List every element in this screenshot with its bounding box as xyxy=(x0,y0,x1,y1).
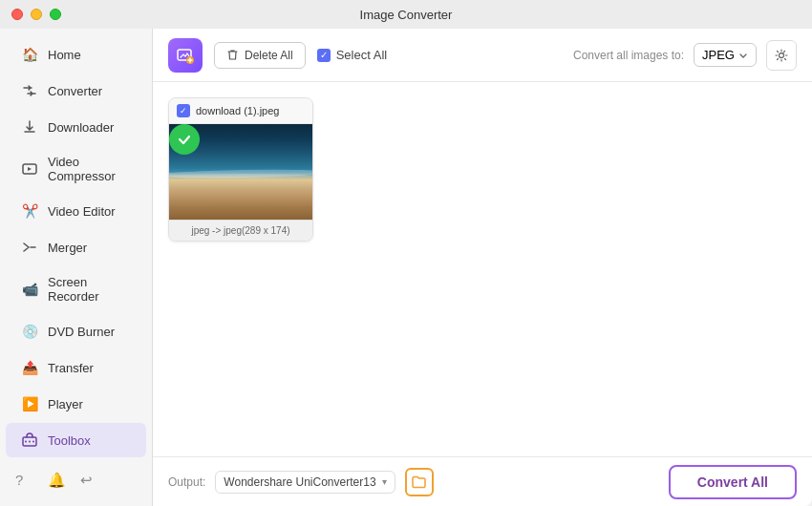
dvd-burner-icon: 💿 xyxy=(21,323,38,340)
toolbar: Delete All ✓ Select All Convert all imag… xyxy=(153,29,812,82)
open-folder-button[interactable] xyxy=(405,468,434,496)
svg-point-4 xyxy=(32,441,34,443)
sidebar-item-downloader[interactable]: Downloader xyxy=(6,110,146,144)
file-item[interactable]: ✓ download (1).jpeg xyxy=(168,97,313,242)
sidebar-item-label: Merger xyxy=(48,241,87,255)
format-value: JPEG xyxy=(702,48,735,62)
file-name: download (1).jpeg xyxy=(196,105,279,116)
close-button[interactable] xyxy=(11,9,23,20)
sidebar-item-label: Converter xyxy=(48,84,102,98)
sidebar-item-label: Downloader xyxy=(48,120,114,135)
sidebar-item-home[interactable]: 🏠 Home xyxy=(6,37,146,72)
sidebar-item-label: Video Editor xyxy=(48,204,116,219)
downloader-icon xyxy=(21,118,38,136)
refresh-icon[interactable]: ↩ xyxy=(80,472,97,489)
convert-to-label: Convert all images to: xyxy=(573,49,684,62)
file-checkbox[interactable]: ✓ xyxy=(177,104,190,117)
sidebar-item-label: Video Compressor xyxy=(48,155,131,183)
bottom-bar: Output: Wondershare UniConverter13 ▾ Con… xyxy=(153,456,812,506)
home-icon: 🏠 xyxy=(21,46,38,63)
help-icon[interactable]: ? xyxy=(15,472,32,489)
check-overlay xyxy=(169,124,200,155)
player-icon: ▶️ xyxy=(21,395,38,412)
output-path-selector[interactable]: Wondershare UniConverter13 ▾ xyxy=(215,471,395,494)
select-all-checkbox[interactable]: ✓ xyxy=(317,49,331,62)
chevron-down-icon xyxy=(738,51,748,60)
maximize-button[interactable] xyxy=(50,9,61,20)
sidebar-item-label: Screen Recorder xyxy=(48,275,131,304)
sidebar-item-screen-recorder[interactable]: 📹 Screen Recorder xyxy=(6,266,146,312)
select-all-label: Select All xyxy=(336,48,387,62)
video-compressor-icon xyxy=(21,160,38,178)
chevron-down-icon: ▾ xyxy=(382,476,387,487)
sidebar-item-label: DVD Burner xyxy=(48,325,115,339)
toolbox-icon xyxy=(21,432,38,449)
app-body: 🏠 Home Converter Downloader xyxy=(0,29,812,506)
convert-all-button[interactable]: Convert All xyxy=(669,465,797,499)
svg-point-7 xyxy=(780,53,784,57)
sidebar-bottom: ? 🔔 ↩ xyxy=(0,462,152,498)
sidebar-item-video-compressor[interactable]: Video Compressor xyxy=(6,146,146,192)
wave-detail-2 xyxy=(169,174,313,179)
folder-icon xyxy=(411,474,427,490)
gear-icon xyxy=(774,48,789,63)
minimize-button[interactable] xyxy=(31,9,42,20)
delete-all-label: Delete All xyxy=(245,49,293,62)
file-area: ✓ download (1).jpeg xyxy=(153,82,812,456)
sidebar-item-label: Player xyxy=(48,397,83,411)
converter-icon xyxy=(21,82,38,99)
thumbnail-background xyxy=(169,124,313,220)
convert-all-label: Convert All xyxy=(697,474,768,490)
settings-button[interactable] xyxy=(766,40,797,71)
notification-icon[interactable]: 🔔 xyxy=(48,472,65,489)
output-path-value: Wondershare UniConverter13 xyxy=(224,475,375,489)
sidebar-item-converter[interactable]: Converter xyxy=(6,74,146,108)
video-editor-icon: ✂️ xyxy=(21,202,38,220)
sidebar-item-video-editor[interactable]: ✂️ Video Editor xyxy=(6,194,146,228)
sidebar-item-player[interactable]: ▶️ Player xyxy=(6,387,146,421)
transfer-icon: 📤 xyxy=(21,359,38,376)
screen-recorder-icon: 📹 xyxy=(21,281,38,298)
sidebar: 🏠 Home Converter Downloader xyxy=(0,29,153,506)
toolbar-right: Convert all images to: JPEG xyxy=(573,40,797,71)
sidebar-item-toolbox[interactable]: Toolbox xyxy=(6,423,146,457)
add-image-button[interactable] xyxy=(168,38,203,73)
delete-all-button[interactable]: Delete All xyxy=(214,42,306,69)
file-footer: jpeg -> jpeg(289 x 174) xyxy=(169,220,312,241)
merger-icon xyxy=(21,239,38,256)
sidebar-item-label: Toolbox xyxy=(48,433,91,448)
sidebar-item-dvd-burner[interactable]: 💿 DVD Burner xyxy=(6,314,146,348)
main-content: Delete All ✓ Select All Convert all imag… xyxy=(153,29,812,506)
window-title: Image Converter xyxy=(360,8,453,22)
file-header: ✓ download (1).jpeg xyxy=(169,98,312,124)
sidebar-item-label: Home xyxy=(48,48,81,62)
svg-point-3 xyxy=(29,441,31,443)
sidebar-item-label: Transfer xyxy=(48,361,94,375)
file-thumbnail xyxy=(169,124,313,220)
sidebar-item-merger[interactable]: Merger xyxy=(6,230,146,264)
sidebar-item-transfer[interactable]: 📤 Transfer xyxy=(6,350,146,385)
file-format-info: jpeg -> jpeg(289 x 174) xyxy=(191,225,289,236)
output-label: Output: xyxy=(168,475,205,489)
select-all-checkbox-label[interactable]: ✓ Select All xyxy=(317,48,387,62)
title-bar: Image Converter xyxy=(0,0,812,29)
format-select[interactable]: JPEG xyxy=(694,43,757,67)
svg-point-2 xyxy=(25,441,27,443)
